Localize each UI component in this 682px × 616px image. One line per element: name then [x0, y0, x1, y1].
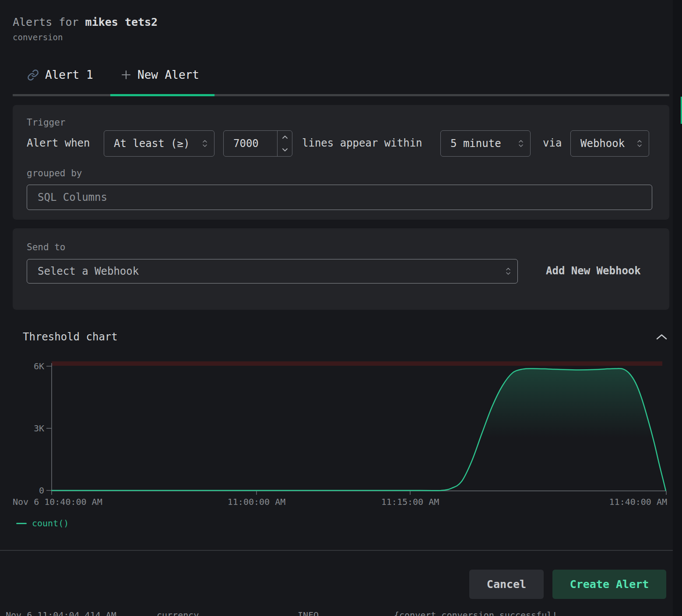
- alert-modal: Alerts for mikes tets2 conversion Alert …: [0, 0, 682, 616]
- y-tick-label: 6K: [34, 361, 44, 371]
- via-text: via: [543, 137, 562, 149]
- stepper-up-icon[interactable]: [281, 135, 288, 140]
- tab-alert-1-label: Alert 1: [45, 68, 93, 81]
- x-tick-label: 11:00:00 AM: [228, 497, 285, 507]
- grouped-by-input[interactable]: [27, 185, 652, 210]
- x-tick-label: Nov 6 10:40:00 AM: [13, 497, 102, 507]
- trigger-panel: Trigger Alert when At least (≥) 7000 lin…: [13, 105, 669, 220]
- alert-when-text: Alert when: [27, 137, 90, 149]
- link-icon: [27, 69, 39, 81]
- webhook-select-value: Select a Webhook: [38, 265, 139, 277]
- page-subtitle: conversion: [13, 32, 63, 42]
- x-tick-label: 11:15:00 AM: [381, 497, 439, 507]
- window-select-value: 5 minute: [450, 137, 501, 150]
- threshold-input[interactable]: 7000: [223, 130, 292, 157]
- chevron-updown-icon: [505, 266, 511, 276]
- add-new-webhook-button[interactable]: Add New Webhook: [543, 264, 643, 277]
- chevron-updown-icon: [636, 138, 643, 149]
- plus-icon: [121, 70, 131, 80]
- condition-select[interactable]: At least (≥): [104, 130, 214, 157]
- webhook-select[interactable]: Select a Webhook: [27, 259, 518, 284]
- tab-new-alert-label: New Alert: [137, 68, 199, 81]
- legend-series-dash: [16, 523, 27, 524]
- page-title-prefix: Alerts for: [13, 16, 85, 28]
- condition-select-value: At least (≥): [114, 137, 190, 150]
- log-level: INFO: [298, 610, 319, 616]
- y-tick-label: 0: [39, 485, 44, 496]
- y-tick-label: 3K: [34, 423, 44, 434]
- legend-series-label: count(): [32, 518, 69, 528]
- channel-select[interactable]: Webhook: [570, 130, 649, 157]
- trigger-label: Trigger: [27, 117, 66, 128]
- window-select[interactable]: 5 minute: [440, 130, 531, 157]
- stepper-down-icon[interactable]: [281, 147, 288, 152]
- threshold-input-value: 7000: [224, 137, 277, 150]
- chevron-up-icon[interactable]: [655, 333, 668, 341]
- cancel-button[interactable]: Cancel: [469, 570, 544, 599]
- tab-new-alert[interactable]: New Alert: [121, 68, 199, 81]
- x-tick-label: 11:40:00 AM: [609, 497, 667, 507]
- threshold-chart-title: Threshold chart: [23, 331, 118, 343]
- chevron-updown-icon: [518, 138, 524, 149]
- count-series-area: [52, 368, 666, 490]
- page-background-strip: [673, 0, 682, 616]
- log-message: {convert conversion successful!: [394, 610, 557, 616]
- channel-select-value: Webhook: [580, 137, 625, 150]
- threshold-stepper[interactable]: [277, 131, 292, 156]
- grouped-by-label: grouped by: [27, 168, 82, 178]
- chart-legend: count(): [16, 518, 69, 528]
- send-to-label: Send to: [27, 242, 66, 252]
- tab-underline-active: [110, 94, 214, 96]
- page-title: Alerts for mikes tets2: [13, 16, 158, 28]
- project-name: mikes tets2: [85, 16, 158, 28]
- log-timestamp: Nov 6 11:04:04.414 AM: [6, 610, 116, 616]
- chevron-updown-icon: [202, 138, 208, 149]
- footer-divider: [0, 550, 673, 551]
- tab-alert-1[interactable]: Alert 1: [27, 68, 93, 81]
- threshold-band: [52, 361, 662, 366]
- within-text: lines appear within: [302, 137, 422, 149]
- log-column: currency: [157, 610, 199, 616]
- send-to-panel: Send to Select a Webhook Add New Webhook: [13, 228, 669, 310]
- threshold-chart: 03K6KNov 6 10:40:00 AM11:00:00 AM11:15:0…: [0, 354, 682, 538]
- create-alert-button[interactable]: Create Alert: [552, 570, 666, 599]
- background-log-row: Nov 6 11:04:04.414 AM currency INFO {con…: [0, 610, 673, 616]
